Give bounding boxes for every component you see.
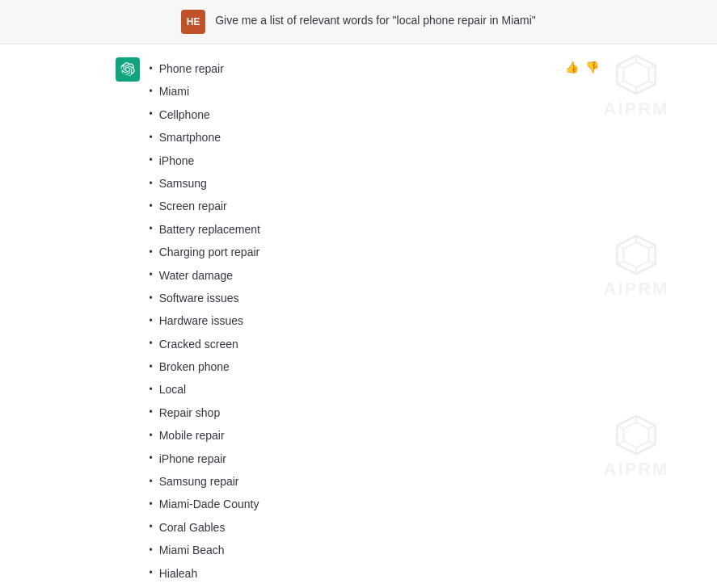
svg-line-23 (617, 426, 623, 429)
svg-line-15 (617, 246, 623, 249)
user-avatar: HE (181, 10, 205, 34)
keyword-list: Phone repairMiamiCellphoneSmartphoneiPho… (150, 57, 602, 588)
keyword-item: iPhone repair (150, 447, 602, 470)
aiprm-text-2: AIPRM (604, 279, 669, 300)
svg-line-3 (649, 65, 656, 69)
svg-line-6 (617, 81, 623, 84)
svg-line-19 (649, 426, 656, 429)
keyword-item: Local (150, 378, 602, 401)
keyword-item: Smartphone (150, 126, 602, 149)
keyword-item: Broken phone (150, 355, 602, 378)
feedback-icons: 👍 👎 (562, 57, 602, 77)
aiprm-watermark-2: AIPRM (604, 233, 669, 300)
keyword-item: Charging port repair (150, 241, 602, 263)
svg-line-11 (649, 246, 656, 249)
keyword-item: Battery replacement (150, 218, 602, 241)
svg-line-20 (649, 441, 656, 444)
ai-message-row: 👍 👎 Phone repairMiamiCellphoneSmartphone… (0, 44, 717, 588)
keyword-item: Repair shop (150, 401, 602, 424)
svg-line-14 (617, 261, 623, 264)
keyword-item: Miami Beach (150, 539, 602, 561)
keyword-item: Cracked screen (150, 333, 602, 355)
thumbs-down-icon[interactable]: 👎 (585, 61, 599, 74)
keyword-item: Mobile repair (150, 424, 602, 447)
keyword-item: Hardware issues (150, 309, 602, 332)
keyword-item: Software issues (150, 287, 602, 309)
keyword-item: Homestead (150, 585, 602, 588)
svg-marker-1 (623, 62, 648, 87)
keyword-item: Samsung repair (150, 470, 602, 493)
keyword-item: Coral Gables (150, 516, 602, 539)
aiprm-watermark-3: AIPRM (604, 413, 669, 480)
thumbs-up-icon[interactable]: 👍 (565, 61, 579, 74)
svg-marker-16 (617, 416, 655, 454)
user-message-text: Give me a list of relevant words for "lo… (215, 10, 536, 27)
svg-line-4 (649, 81, 656, 84)
keyword-item: Miami-Dade County (150, 493, 602, 515)
aiprm-text-1: AIPRM (604, 99, 669, 120)
svg-marker-9 (623, 242, 648, 267)
openai-icon (120, 62, 135, 77)
svg-line-7 (617, 65, 623, 69)
keyword-item: Miami (150, 80, 602, 103)
page-container: HE Give me a list of relevant words for … (0, 0, 717, 588)
ai-message-content: 👍 👎 Phone repairMiamiCellphoneSmartphone… (150, 57, 602, 588)
keyword-item: Cellphone (150, 103, 602, 126)
svg-line-12 (649, 261, 656, 264)
keyword-item: Water damage (150, 264, 602, 287)
keyword-item: Samsung (150, 172, 602, 195)
svg-marker-0 (617, 56, 655, 94)
aiprm-text-3: AIPRM (604, 459, 669, 480)
chatgpt-avatar (116, 57, 140, 82)
aiprm-watermark-1: AIPRM (604, 52, 669, 120)
svg-marker-8 (617, 236, 655, 274)
user-message-row: HE Give me a list of relevant words for … (0, 0, 717, 44)
keyword-item: Screen repair (150, 195, 602, 217)
keyword-item: iPhone (150, 149, 602, 172)
svg-line-22 (617, 441, 623, 444)
keyword-item: Phone repair (150, 57, 602, 80)
keyword-item: Hialeah (150, 562, 602, 585)
svg-marker-17 (623, 422, 648, 447)
